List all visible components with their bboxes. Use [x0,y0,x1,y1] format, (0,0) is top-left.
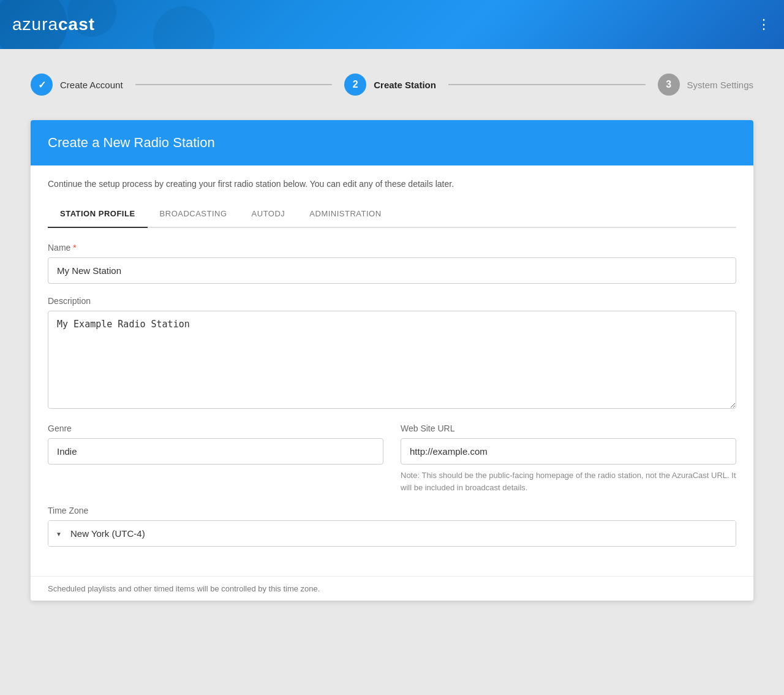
genre-label: Genre [48,423,383,433]
name-input[interactable] [48,257,736,284]
website-label: Web Site URL [401,423,736,433]
card-header: Create a New Radio Station [31,120,753,165]
app-header: azuracast ⋮ [0,0,784,49]
description-label: Description [48,296,736,306]
tabs-bar: STATION PROFILE BROADCASTING AUTODJ ADMI… [48,200,736,228]
step-line-1 [135,84,333,85]
genre-input[interactable] [48,438,383,465]
genre-website-row: Genre Web Site URL Note: This should be … [48,423,736,506]
card-title: Create a New Radio Station [48,135,736,151]
step-create-station: 2 Create Station [344,74,436,96]
stepper: ✓ Create Account 2 Create Station 3 Syst… [0,49,784,120]
name-field-group: Name* [48,243,736,284]
step-line-2 [448,84,646,85]
step-circle-1: ✓ [31,74,53,96]
step-label-3: System Settings [687,80,753,90]
step-system-settings: 3 System Settings [658,74,753,96]
step-create-account: ✓ Create Account [31,74,123,96]
timezone-field-group: Time Zone ▼ New York (UTC-4) [48,506,736,547]
tab-broadcasting[interactable]: BROADCASTING [148,200,239,227]
logo-text-light: azura [12,15,58,34]
timezone-label: Time Zone [48,506,736,515]
card-subtitle: Continue the setup process by creating y… [48,165,736,200]
tab-station-profile[interactable]: STATION PROFILE [48,200,148,227]
tab-autodj[interactable]: AUTODJ [239,200,298,227]
timezone-select-wrapper: ▼ New York (UTC-4) [48,520,736,547]
step-label-1: Create Account [60,80,123,90]
genre-field-group: Genre [48,423,383,465]
website-field-group: Web Site URL Note: This should be the pu… [401,423,736,493]
app-logo: azuracast [12,15,95,34]
step-circle-3: 3 [658,74,680,96]
website-hint: Note: This should be the public-facing h… [401,469,736,493]
timezone-note: Scheduled playlists and other timed item… [31,576,753,601]
description-field-group: Description My Example Radio Station [48,296,736,411]
tab-administration[interactable]: ADMINISTRATION [297,200,393,227]
step-label-2: Create Station [374,80,436,90]
header-menu-button[interactable]: ⋮ [757,17,772,32]
website-col: Web Site URL Note: This should be the pu… [401,423,736,506]
website-input[interactable] [401,438,736,465]
main-card: Create a New Radio Station Continue the … [31,120,753,601]
card-body: Continue the setup process by creating y… [31,165,753,576]
genre-col: Genre [48,423,383,506]
timezone-select[interactable]: New York (UTC-4) [48,521,736,546]
name-required-star: * [73,243,76,253]
step-circle-2: 2 [344,74,366,96]
description-textarea[interactable]: My Example Radio Station [48,311,736,409]
name-label: Name* [48,243,736,253]
logo-text-bold: cast [58,15,95,34]
